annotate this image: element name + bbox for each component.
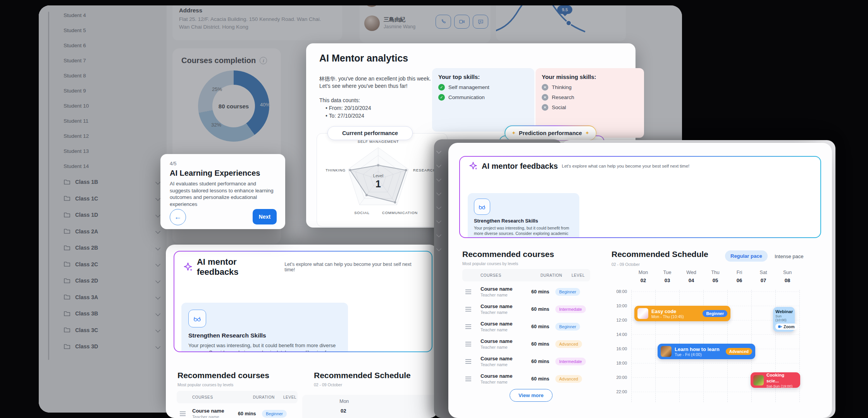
top-skill-item: ✓Communication bbox=[438, 94, 528, 101]
event-thumbnail bbox=[661, 346, 672, 357]
arrow-left-icon: ← bbox=[174, 213, 182, 221]
level-badge: Advanced bbox=[555, 340, 582, 348]
course-row[interactable]: Course nameTeacher name 60 mins Beginner bbox=[177, 405, 298, 418]
schedule-days-header: Mon 02 Tue 03 Wed 04 Thu 05 Fri 06 Sat 0… bbox=[631, 270, 799, 283]
chevron-down-icon bbox=[436, 176, 441, 182]
missing-skill-item: ✕Thinking bbox=[542, 84, 638, 91]
level-badge: Advanced bbox=[555, 375, 582, 383]
radar-axis-communication: COMMUNICATION bbox=[382, 211, 418, 215]
video-camera-icon bbox=[778, 325, 782, 328]
level-badge: Beginner bbox=[703, 310, 727, 317]
course-row[interactable]: Course nameTeacher name 60 mins Beginner bbox=[462, 318, 590, 335]
missing-skill-item: ✕Research bbox=[542, 94, 638, 101]
sparkle-icon: ✦ bbox=[512, 130, 516, 136]
feedback-card-research[interactable]: Strengthen Research Skills Your project … bbox=[181, 303, 348, 351]
tour-step: 4/5 bbox=[170, 161, 176, 166]
top-skills-title: Your top skills: bbox=[438, 74, 528, 80]
day-column-header: Wed 04 bbox=[679, 270, 703, 283]
tour-body: AI evaluates student performance and sug… bbox=[170, 180, 277, 207]
radar-chart: SELF MANAGEMENT RESEARCH COMMUNICATION S… bbox=[317, 137, 447, 225]
event-webinar[interactable]: Webinar Sun (10:00) Zoom bbox=[773, 307, 795, 332]
panel-title: AI Mentor analytics bbox=[319, 53, 408, 64]
event-easy-code[interactable]: Easy code Mon - Thu (10:45) Beginner bbox=[634, 306, 730, 321]
check-circle-icon: ✓ bbox=[438, 94, 445, 101]
courses-table-header: COURSES DURATION LEVEL bbox=[177, 391, 298, 403]
view-more-button[interactable]: View more bbox=[510, 389, 553, 402]
feedbacks-title: AI mentor feedbacks bbox=[197, 257, 281, 277]
radar-axis-research: RESEARCH bbox=[413, 168, 436, 172]
schedule-section-title: Recommended Schedule bbox=[611, 250, 708, 259]
course-row[interactable]: Course nameTeacher name 60 mins Advanced bbox=[462, 370, 590, 387]
schedule-range: 02 - 09 October bbox=[611, 262, 640, 267]
course-row[interactable]: Course nameTeacher name 60 mins Intermed… bbox=[462, 300, 590, 318]
feedbacks-title: AI mentor feedbacks bbox=[482, 162, 558, 171]
event-learn-how-to-learn[interactable]: Learn how to learn Tue - Fri (4:00) Adva… bbox=[658, 344, 755, 359]
sparkle-icon: ✦ bbox=[585, 130, 589, 136]
ai-sparkle-icon bbox=[468, 161, 478, 171]
day-column-header: Thu 05 bbox=[703, 270, 727, 283]
analytics-greeting: 林德华. you've done an excellent job this w… bbox=[319, 75, 443, 90]
feedback-card-research[interactable]: Strengthen Research Skills Your project … bbox=[468, 193, 579, 237]
day-column-header: Sat 07 bbox=[751, 270, 775, 283]
mentor-feedback-window-back: AI mentor feedbacks Let's explore what c… bbox=[166, 245, 438, 418]
drag-handle-icon[interactable] bbox=[465, 379, 471, 379]
tour-title: AI Learning Experiences bbox=[170, 169, 260, 178]
drag-handle-icon[interactable] bbox=[465, 326, 471, 327]
schedule-range: 02 - 09 October bbox=[314, 382, 342, 387]
drag-handle-icon[interactable] bbox=[465, 309, 471, 310]
feedbacks-subtitle: Let's explore what can help you become y… bbox=[284, 262, 423, 272]
courses-section-subtitle: Most popular courses by levels bbox=[177, 382, 233, 387]
x-circle-icon: ✕ bbox=[542, 84, 548, 91]
schedule-days-header-back: Mon 02 bbox=[302, 395, 438, 418]
chevron-down-icon bbox=[436, 246, 441, 251]
counts-to: • To: 27/10/2024 bbox=[326, 112, 364, 120]
intense-pace-toggle[interactable]: Intense pace bbox=[775, 254, 803, 259]
ai-feedbacks-box: AI mentor feedbacks Let's explore what c… bbox=[174, 251, 432, 352]
day-column-header: Fri 06 bbox=[727, 270, 751, 283]
schedule-times: 08:0010:0012:0014:0016:0018:0020:0022:00 bbox=[604, 289, 627, 404]
courses-section-subtitle: Most popular courses by levels bbox=[462, 261, 518, 266]
radar-level-label: Level bbox=[373, 173, 383, 178]
back-button[interactable]: ← bbox=[170, 209, 186, 225]
level-badge: Intermedate bbox=[555, 358, 586, 365]
course-row[interactable]: Course nameTeacher name 60 mins Intermed… bbox=[462, 353, 590, 370]
event-thumbnail bbox=[637, 308, 648, 319]
chevron-down-icon bbox=[436, 149, 441, 154]
level-badge: Intermedate bbox=[555, 305, 586, 313]
level-badge: Beginner bbox=[262, 410, 287, 418]
feedbacks-subtitle: Let's explore what can help you become y… bbox=[562, 164, 690, 168]
courses-table-front: Course nameTeacher name 60 mins Beginner… bbox=[462, 283, 590, 387]
zoom-button[interactable]: Zoom bbox=[775, 324, 797, 330]
tour-tooltip: 4/5 AI Learning Experiences AI evaluates… bbox=[160, 154, 285, 229]
counts-from: • From: 20/10/2024 bbox=[326, 104, 371, 112]
mentor-feedback-window-front: AI mentor feedbacks Let's explore what c… bbox=[448, 143, 832, 418]
missing-skill-item: ✕Social bbox=[542, 104, 638, 111]
drag-handle-icon[interactable] bbox=[180, 413, 186, 414]
top-skills-box: Your top skills: ✓Self management✓Commun… bbox=[432, 68, 534, 132]
desktop: Student 4Student 5Student 6Student 7Stud… bbox=[0, 0, 868, 418]
x-circle-icon: ✕ bbox=[542, 104, 548, 111]
ai-feedbacks-box: AI mentor feedbacks Let's explore what c… bbox=[459, 156, 821, 238]
x-circle-icon: ✕ bbox=[542, 94, 548, 101]
next-button[interactable]: Next bbox=[253, 209, 277, 224]
level-badge: Advanced bbox=[726, 348, 752, 355]
courses-table-header: COURSES DURATION LEVEL bbox=[462, 269, 590, 281]
check-circle-icon: ✓ bbox=[438, 84, 445, 91]
day-column-header: Sun 08 bbox=[775, 270, 799, 283]
chevron-down-icon bbox=[436, 204, 441, 209]
course-row[interactable]: Course nameTeacher name 60 mins Beginner bbox=[462, 283, 590, 300]
current-performance-tab[interactable]: Current performance bbox=[327, 126, 413, 140]
prediction-performance-tab[interactable]: ✦Prediction performance✦ bbox=[505, 125, 596, 140]
event-cooking-science[interactable]: Cooking scie... Sat-Sun (19:00) bbox=[751, 372, 800, 388]
course-row[interactable]: Course nameTeacher name 60 mins Advanced bbox=[462, 335, 590, 353]
drag-handle-icon[interactable] bbox=[465, 291, 471, 292]
courses-section-title: Recommended courses bbox=[462, 250, 554, 259]
chevron-down-icon bbox=[436, 190, 441, 195]
drag-handle-icon[interactable] bbox=[465, 344, 471, 344]
drag-handle-icon[interactable] bbox=[465, 361, 471, 362]
chevron-down-icon bbox=[436, 232, 441, 237]
regular-pace-toggle[interactable]: Regular pace bbox=[725, 250, 768, 262]
chevron-down-icon bbox=[436, 163, 441, 168]
top-skill-item: ✓Self management bbox=[438, 84, 528, 91]
chevron-down-icon bbox=[436, 218, 441, 223]
